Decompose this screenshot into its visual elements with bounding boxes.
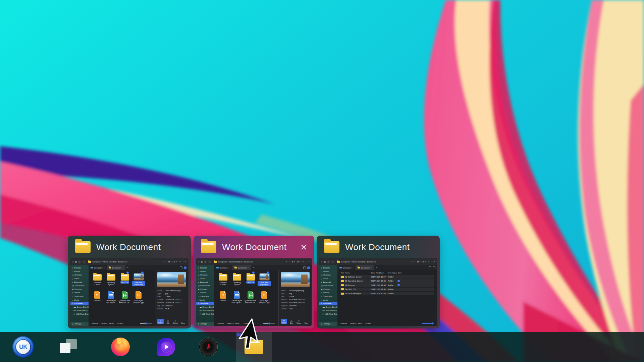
window-preview-1[interactable]: Work Document ≡▦‹› Computer > Work Disk(…: [68, 236, 191, 328]
file-item: User login competi...ppt: [132, 291, 145, 308]
back-icon: ‹: [327, 260, 330, 263]
sidebar-item: ▭Desktop: [196, 273, 214, 277]
fm-tab: Document×: [107, 265, 125, 270]
folder-icon: [341, 284, 344, 286]
file-label: User login competi...ppt: [258, 299, 271, 304]
file-item: Operating System: [230, 273, 244, 290]
column-header: File Name: [340, 272, 370, 274]
file-icon: [121, 274, 129, 281]
file-icon: [259, 273, 270, 281]
tag-icon: ◎: [321, 323, 322, 325]
fm-tab: Computer×: [214, 265, 232, 270]
sidebar-item: ♪Music: [196, 298, 214, 302]
tab-icon: [234, 267, 237, 268]
file-icon: [247, 274, 255, 281]
forward-icon: ›: [208, 260, 211, 263]
file-item: Ubuntu Kylin user experi...: [104, 291, 118, 308]
detail-action-button: ⋯More: [303, 320, 310, 324]
file-item: User login competi...ppt: [258, 291, 271, 308]
window-thumbnail[interactable]: ≡▦‹› Computer > Work Disk(D:) > Document…: [319, 258, 437, 326]
taskbar: UK ♪: [0, 332, 644, 362]
file-label: Ubuntu Kylin user experi...: [104, 299, 118, 304]
file-manager-button[interactable]: [245, 340, 263, 354]
sidebar-item: ▤Documents: [196, 284, 214, 288]
sidebar-item: › ▬System Disk(C:): [319, 305, 337, 309]
new-tab-button: +: [127, 266, 129, 269]
close-button[interactable]: ×: [301, 242, 307, 252]
sidebar-item: ▤Documents: [70, 284, 89, 288]
file-icon: [107, 274, 115, 281]
table-row: 01-Software Center 2014/12/29 11:37 Fold…: [340, 275, 434, 279]
file-item: Pictures: [91, 291, 104, 308]
firefox-button[interactable]: [111, 338, 130, 356]
detail-action-button: ×Delete: [296, 320, 302, 324]
sidebar-item: ○Recent: [70, 270, 89, 274]
fm-tab: Document×: [356, 265, 374, 270]
file-item: Question feed-back List-Do...: [244, 291, 257, 308]
file-item: ✓ 1904 wall-paper.png: [258, 273, 271, 290]
window-preview-2[interactable]: Work Document × ≡▦‹› Computer > Work Dis…: [194, 236, 314, 328]
sidebar-item: ∨Favorite: [70, 266, 89, 270]
sidebar-item: ∨Personal: [70, 280, 89, 284]
item-count: 9 items: [217, 322, 224, 324]
fm-sidebar: ∨Favorite ○Recent ▭Desktop ▯Trash ∨Perso…: [70, 265, 89, 326]
item-count: 9 items: [340, 322, 347, 324]
item-count: 9 items: [92, 322, 98, 324]
fm-sidebar: ∨Favorite ○Recent ▭Desktop ▯Trash ∨Perso…: [196, 265, 214, 326]
maximize-icon: □: [182, 261, 183, 263]
menu-icon: ≡: [198, 261, 200, 263]
file-label: User login competi...ppt: [132, 299, 145, 304]
window-thumbnail[interactable]: ≡▦‹› Computer > Work Disk(D:) > Document…: [70, 258, 188, 326]
column-header: Time Modified: [370, 272, 387, 274]
file-icon: [233, 274, 241, 281]
music-player-button[interactable]: ♪: [199, 338, 217, 356]
view-type-icon: ▦ ∨: [168, 261, 172, 263]
file-icon: [219, 274, 227, 281]
menu-icon: ≡: [321, 261, 323, 263]
column-header: File Type: [387, 272, 396, 274]
status-bar: 9 items Select 1 items 715KB: [89, 321, 155, 326]
breadcrumb: Computer > Work Disk(D:) > Document: [341, 261, 376, 263]
sidebar-item: ∨Computer: [196, 302, 214, 305]
sidebar-item: ∨Personal: [319, 280, 337, 284]
folder-icon: [341, 280, 344, 282]
file-icon: [261, 291, 267, 299]
view-type-icon: ▦ ∨: [417, 261, 421, 263]
folder-icon: [324, 241, 339, 253]
detail-panel-toggle-icon: [433, 266, 435, 269]
video-player-button[interactable]: [157, 338, 175, 356]
image-preview: [157, 272, 186, 287]
file-item: Software Center: [91, 273, 104, 290]
selection-size: 715KB: [365, 322, 371, 324]
forward-icon: ›: [331, 260, 334, 263]
split-view-icon: [180, 266, 182, 269]
image-preview: [281, 272, 310, 287]
file-icon: [93, 274, 102, 281]
file-item: Operating System: [104, 273, 118, 290]
detail-panel-toggle-icon: [307, 266, 310, 269]
window-switcher-button[interactable]: [60, 339, 77, 355]
all-tags-item: ◎All Tags ...: [319, 322, 337, 326]
tab-close-icon: ×: [104, 267, 105, 269]
view-type-icon: ▦ ∨: [291, 261, 295, 263]
breadcrumb: Computer > Work Disk(D:) > Document: [218, 261, 253, 263]
new-tab-button: +: [376, 266, 378, 269]
music-note-icon: ♪: [206, 340, 211, 352]
window-thumbnail[interactable]: ≡▦‹› Computer > Work Disk(D:) > Document…: [196, 258, 312, 326]
window-indicator-dots: [236, 333, 242, 336]
fm-tab: Computer×: [337, 265, 356, 270]
preview-title: Work Document: [96, 242, 161, 252]
file-icon: [122, 291, 128, 299]
folder-icon: [88, 261, 91, 263]
folder-icon: [337, 261, 340, 263]
sidebar-item: › ▬Work Disk(D:): [196, 309, 214, 312]
window-preview-3[interactable]: Work Document ≡▦‹› Computer > Work Disk(…: [317, 236, 440, 328]
sidebar-item: ▷Videos: [196, 291, 214, 295]
firefox-icon: [111, 338, 130, 356]
sidebar-item: › ▬Work Disk(D:): [319, 309, 337, 312]
back-icon: ‹: [78, 260, 81, 263]
sidebar-item: ∨Computer: [70, 302, 89, 305]
detail-panel: Name:1904 wallpaper.png Type:png Size:71…: [278, 270, 312, 326]
start-button[interactable]: UK: [12, 336, 34, 358]
split-view-icon: [429, 266, 431, 269]
